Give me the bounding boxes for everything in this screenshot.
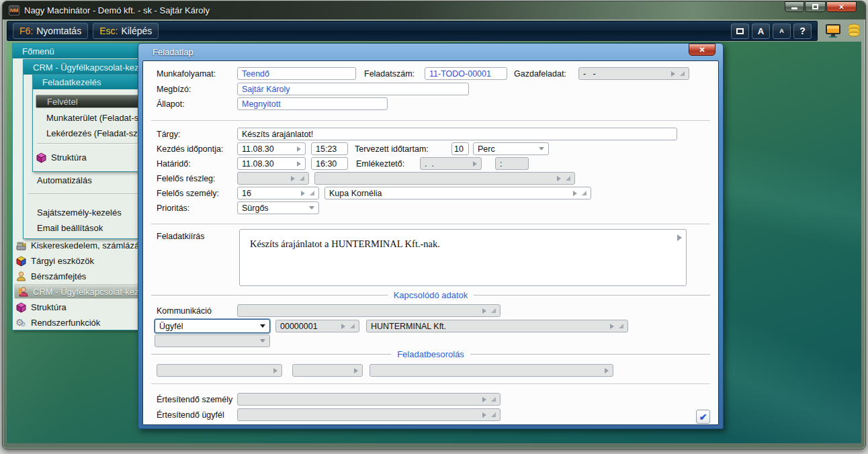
lookup-arrow-icon[interactable] — [482, 397, 486, 402]
kezdes-ido-field[interactable]: 15:23 — [311, 142, 348, 155]
ertesitendo-ugyfel-field[interactable] — [237, 408, 501, 421]
sidebar-item-rendszerfunkciok[interactable]: ⚙ ⚙ Rendszerfunkciók — [13, 315, 143, 330]
dropdown-arrow-icon[interactable] — [260, 339, 265, 343]
ugyfel-nev-field[interactable]: HUNTERMINAL Kft. — [366, 320, 628, 332]
sidebar-item-label: Struktúra — [47, 152, 87, 163]
corner-picker-icon[interactable] — [491, 412, 496, 417]
database-coins-icon[interactable] — [847, 24, 861, 38]
row-felelos-reszleg: Felelős részleg: — [157, 172, 707, 185]
allapot-field[interactable]: Megnyitott — [237, 97, 388, 110]
gazdafeladat-field[interactable]: - - — [578, 67, 689, 80]
textarea-arrow-icon[interactable] — [677, 234, 682, 241]
dropdown-arrow-icon[interactable] — [309, 206, 314, 210]
help-button[interactable]: ? — [793, 24, 812, 39]
sidebar-header-crm[interactable]: CRM - Ügyfélkapcsolat-kez — [24, 60, 143, 75]
dialog-body: Munkafolyamat: Teendő Feladatszám: 11-TO… — [142, 60, 719, 425]
print-button[interactable]: F6: Nyomtatás — [13, 23, 88, 39]
font-increase-button[interactable]: A — [752, 24, 770, 39]
minimize-button[interactable] — [785, 1, 804, 12]
font-decrease-button[interactable]: A — [773, 24, 791, 39]
feladatkiiras-textarea[interactable]: Készíts árajánlatot a HUNTERMINAL Kft.-n… — [239, 229, 687, 286]
date-picker-arrow-icon[interactable] — [473, 161, 477, 167]
sidebar-header-fomenu[interactable]: Főmenü — [13, 44, 143, 58]
sidebar-item-email-beallitasok[interactable]: Email beállítások — [24, 220, 143, 235]
tervezett-ertek-field[interactable]: 10 — [451, 142, 469, 155]
lookup-arrow-icon[interactable] — [354, 368, 358, 373]
lookup-arrow-icon[interactable] — [605, 368, 609, 373]
print-hotkey: F6: — [19, 26, 33, 36]
munkafolyamat-field[interactable]: Teendő — [237, 67, 356, 80]
sidebar-item-munkaterulet[interactable]: Munkaterület (Feladat-sz — [33, 110, 143, 125]
sidebar-item-struktura[interactable]: Struktúra — [13, 300, 143, 314]
sidebar-item-sajatszemely[interactable]: Sajátszemély-kezelés — [24, 205, 143, 220]
dropdown-arrow-icon[interactable] — [539, 147, 544, 150]
lookup-arrow-icon[interactable] — [291, 176, 295, 181]
sidebar-header-feladatkezeles[interactable]: Feladatkezelés — [33, 75, 143, 89]
corner-picker-icon[interactable] — [566, 176, 570, 181]
dialog-close-button[interactable]: ✕ — [689, 44, 715, 56]
felelos-reszleg-kod-field[interactable] — [237, 172, 309, 185]
window-mode-button[interactable] — [731, 24, 749, 39]
tervezett-label: Tervezett időtartam: — [355, 144, 449, 154]
hatarido-ido-field[interactable]: 16:30 — [311, 157, 348, 170]
corner-picker-icon[interactable] — [619, 324, 623, 328]
corner-picker-icon[interactable] — [300, 176, 304, 181]
felelos-reszleg-nev-field[interactable] — [314, 172, 575, 185]
kapcsolodo-ures-dropdown[interactable] — [155, 334, 270, 347]
sidebar-item-berszamfejtes[interactable]: Bérszámfejtés — [13, 269, 143, 283]
font-decrease-icon: A — [779, 28, 784, 34]
corner-picker-icon[interactable] — [582, 191, 587, 195]
monitor-icon[interactable] — [825, 24, 841, 38]
structure-cube-icon — [15, 302, 27, 313]
confirm-check-button[interactable]: ✔ — [696, 410, 710, 424]
sidebar-item-crm[interactable]: CRM - Ügyfélkapcsolat-kez — [14, 284, 142, 299]
megbizo-field[interactable]: Sajtár Károly — [237, 83, 469, 95]
sidebar-item-struktura-sub[interactable]: Struktúra — [33, 150, 143, 165]
lookup-arrow-icon[interactable] — [482, 412, 486, 418]
corner-picker-icon[interactable] — [680, 71, 685, 76]
sidebar-item-felvetel[interactable]: Felvétel — [36, 95, 140, 108]
ertesitendo-szemely-field[interactable] — [237, 393, 501, 406]
ugyfel-tipus-dropdown[interactable]: Ügyfél — [155, 319, 270, 333]
exit-button[interactable]: Esc: Kilépés — [93, 23, 159, 39]
close-button[interactable]: ✕ — [826, 1, 857, 12]
corner-picker-icon[interactable] — [491, 308, 496, 313]
besorolas-field-3[interactable] — [370, 364, 613, 377]
besorolas-field-2[interactable] — [292, 364, 363, 377]
kommunikacio-field[interactable] — [237, 304, 501, 317]
lookup-arrow-icon[interactable] — [557, 176, 561, 181]
exit-hotkey: Esc: — [99, 26, 118, 36]
title-bar: NM Nagy Machinátor - Demó kft. - sk - Sa… — [3, 1, 865, 19]
corner-picker-icon[interactable] — [491, 397, 496, 402]
kezdes-datum-field[interactable]: 11.08.30 — [237, 142, 306, 155]
emlekezteto-datum-field[interactable]: . . — [420, 157, 482, 170]
corner-picker-icon[interactable] — [350, 324, 355, 328]
feladatszam-field[interactable]: 11-TODO-00001 — [425, 67, 507, 80]
corner-picker-icon[interactable] — [310, 191, 314, 195]
sidebar-item-lekerdezes[interactable]: Lekérdezés (Feladat-szűr — [33, 126, 143, 140]
lookup-arrow-icon[interactable] — [482, 308, 486, 314]
lookup-arrow-icon[interactable] — [273, 368, 277, 373]
lookup-arrow-icon[interactable] — [341, 324, 345, 329]
prioritas-dropdown[interactable]: Sürgős — [237, 201, 319, 214]
hatarido-datum-field[interactable]: 11.08.30 — [237, 157, 306, 170]
emlekezteto-ido-field[interactable]: : — [495, 157, 529, 170]
felelos-szemely-kod-field[interactable]: 16 — [237, 187, 319, 199]
lookup-arrow-icon[interactable] — [671, 71, 675, 77]
besorolas-field-1[interactable] — [157, 364, 282, 377]
row-munkafolyamat: Munkafolyamat: Teendő Feladatszám: 11-TO… — [157, 67, 707, 80]
lookup-arrow-icon[interactable] — [301, 191, 305, 196]
targy-field[interactable]: Készíts árajánlatot! — [237, 128, 677, 140]
lookup-arrow-icon[interactable] — [610, 324, 614, 329]
sidebar-item-automatizalas[interactable]: Automatizálás — [24, 173, 143, 187]
maximize-button[interactable] — [805, 1, 826, 12]
date-picker-arrow-icon[interactable] — [297, 146, 301, 152]
date-picker-arrow-icon[interactable] — [297, 161, 301, 167]
lookup-arrow-icon[interactable] — [573, 191, 577, 196]
dropdown-arrow-icon[interactable] — [260, 324, 265, 328]
sidebar-item-targyi-eszkozok[interactable]: Tárgyi eszközök — [13, 253, 143, 268]
tervezett-egyseg-dropdown[interactable]: Perc — [473, 142, 549, 155]
ugyfel-kod-field[interactable]: 00000001 — [275, 320, 359, 332]
felelos-szemely-nev-field[interactable]: Kupa Kornélia — [324, 187, 591, 199]
sidebar-item-kiskereskedelem[interactable]: Kiskereskedelem, számlázás — [13, 238, 143, 253]
